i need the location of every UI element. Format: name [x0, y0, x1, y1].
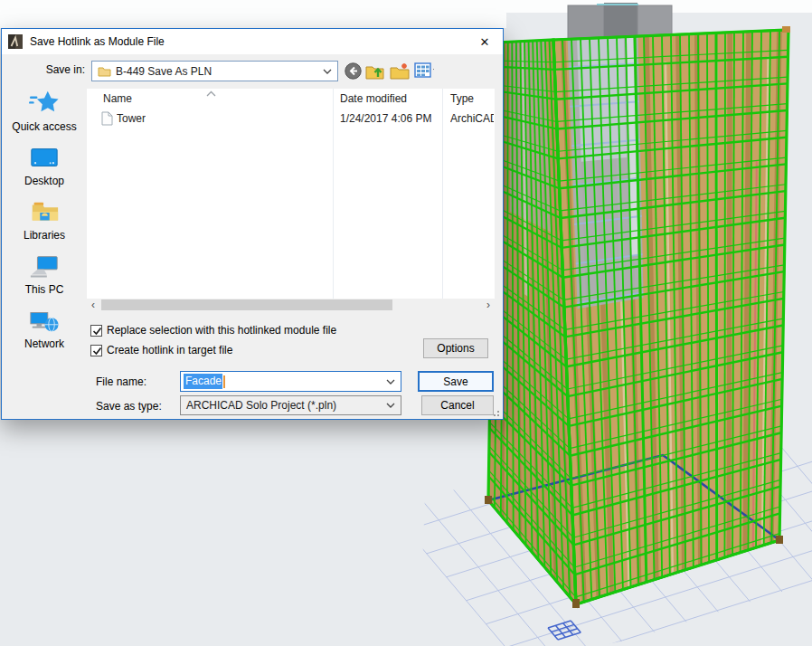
column-header-type[interactable]: Type	[450, 92, 474, 105]
desktop-icon	[29, 143, 60, 174]
network-icon	[29, 306, 60, 337]
view-menu-icon[interactable]	[414, 62, 434, 80]
column-header-date-modified[interactable]: Date modified	[340, 92, 407, 105]
chevron-down-icon	[323, 69, 332, 74]
file-name-cell: Tower	[117, 112, 146, 125]
chevron-down-icon	[386, 379, 395, 385]
file-name-input[interactable]: Facade	[180, 371, 401, 392]
replace-selection-checkbox[interactable]: Replace selection with this hotlinked mo…	[90, 323, 336, 337]
back-icon[interactable]	[343, 62, 363, 80]
resize-grip[interactable]	[493, 409, 500, 416]
up-one-level-icon[interactable]	[364, 62, 384, 80]
dialog-title: Save Hotlink as Module File	[30, 35, 467, 48]
checkbox-checked-icon	[90, 345, 102, 356]
file-date-cell: 1/24/2017 4:06 PM	[340, 112, 431, 125]
options-button[interactable]: Options	[423, 338, 488, 358]
create-hotlink-checkbox[interactable]: Create hotlink in target file	[90, 343, 232, 357]
checkbox-label: Replace selection with this hotlinked mo…	[107, 324, 336, 337]
save-as-type-combobox[interactable]: ARCHICAD Solo Project (*.pln)	[180, 395, 401, 415]
scroll-right-icon[interactable]: ›	[482, 299, 495, 311]
save-as-type-value: ARCHICAD Solo Project (*.pln)	[186, 399, 336, 412]
sidebar-item-label: Network	[24, 337, 64, 350]
save-as-type-label: Save as type:	[96, 400, 162, 413]
close-icon[interactable]: ✕	[467, 29, 503, 54]
column-header-name[interactable]: Name	[103, 92, 132, 105]
chevron-down-icon	[386, 403, 395, 408]
places-sidebar: Quick access Desktop Libraries This PC	[4, 87, 85, 376]
sidebar-item-label: This PC	[25, 283, 64, 296]
text-caret	[223, 375, 225, 388]
sidebar-item-libraries[interactable]: Libraries	[5, 195, 83, 250]
save-in-label: Save in:	[11, 63, 85, 76]
this-pc-icon	[29, 252, 60, 282]
archicad-app-icon	[8, 34, 23, 49]
file-type-cell: ArchiCAD	[450, 112, 494, 125]
sidebar-item-this-pc[interactable]: This PC	[5, 250, 83, 304]
sidebar-item-label: Desktop	[24, 175, 64, 187]
sidebar-item-desktop[interactable]: Desktop	[5, 141, 83, 195]
horizontal-scrollbar[interactable]: ‹ ›	[87, 299, 495, 311]
sidebar-item-label: Libraries	[24, 229, 65, 242]
file-name-label: File name:	[96, 375, 146, 388]
libraries-icon	[29, 197, 60, 228]
sidebar-item-label: Quick access	[12, 120, 76, 133]
scroll-left-icon[interactable]: ‹	[87, 299, 99, 311]
save-in-value: B-449 Save As PLN	[116, 65, 212, 78]
file-row-tower[interactable]: Tower 1/24/2017 4:06 PM ArchiCAD	[87, 110, 495, 128]
sidebar-item-quick-access[interactable]: Quick access	[5, 87, 83, 141]
scrollbar-thumb[interactable]	[101, 299, 392, 310]
save-in-combobox[interactable]: B-449 Save As PLN	[91, 61, 338, 81]
save-button[interactable]: Save	[418, 371, 494, 392]
file-list: Name Date modified Type Tower 1/24/2017 …	[87, 89, 495, 311]
file-name-value: Facade	[184, 374, 222, 389]
quick-access-icon	[29, 89, 60, 119]
sort-ascending-icon	[206, 87, 216, 100]
sidebar-item-network[interactable]: Network	[5, 304, 83, 358]
document-icon	[101, 111, 113, 128]
dialog-titlebar[interactable]: Save Hotlink as Module File ✕	[2, 29, 503, 54]
cancel-button[interactable]: Cancel	[421, 395, 494, 415]
checkbox-checked-icon	[90, 325, 102, 337]
new-folder-icon[interactable]	[390, 62, 410, 80]
folder-icon	[98, 65, 111, 77]
checkbox-label: Create hotlink in target file	[107, 344, 232, 356]
save-hotlink-dialog: Save Hotlink as Module File ✕ Save in: B…	[1, 28, 504, 420]
